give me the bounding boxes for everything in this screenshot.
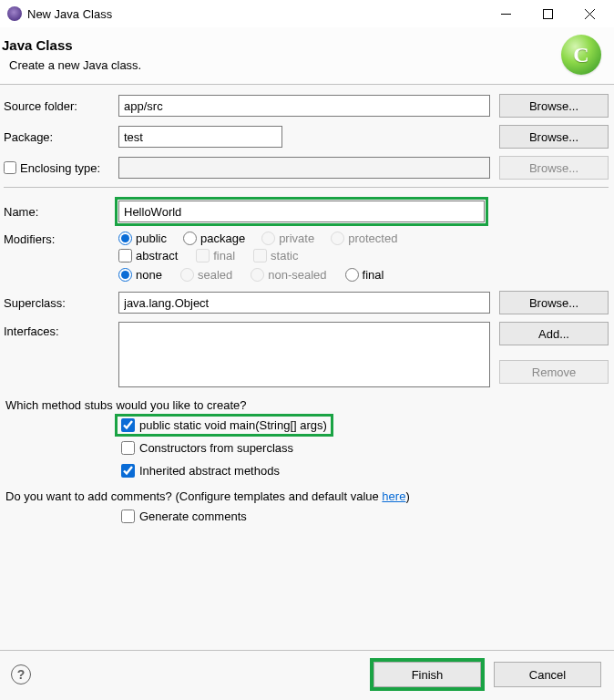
modifiers-flags-group: abstract final static bbox=[118, 245, 609, 262]
stub-main-checkbox[interactable] bbox=[121, 418, 135, 432]
minimize-button[interactable] bbox=[485, 0, 527, 27]
interfaces-label: Interfaces: bbox=[4, 322, 118, 338]
finish-button[interactable]: Finish bbox=[374, 662, 481, 687]
titlebar: New Java Class bbox=[0, 0, 614, 27]
svg-rect-0 bbox=[543, 9, 552, 18]
close-button[interactable] bbox=[568, 0, 610, 27]
interfaces-listbox[interactable] bbox=[118, 322, 490, 387]
name-input[interactable] bbox=[118, 201, 485, 222]
modifiers-access-group: public package private protected bbox=[118, 230, 609, 245]
modifier-abstract-checkbox[interactable] bbox=[118, 249, 132, 262]
banner-subtitle: Create a new Java class. bbox=[9, 58, 561, 72]
stub-constructors-checkbox[interactable] bbox=[121, 441, 135, 455]
generate-comments-checkbox[interactable] bbox=[121, 510, 135, 523]
browse-superclass-button[interactable]: Browse... bbox=[499, 291, 609, 314]
name-label: Name: bbox=[4, 205, 118, 219]
package-label: Package: bbox=[4, 130, 118, 144]
dialog-banner: Java Class Create a new Java class. C bbox=[0, 27, 614, 84]
help-icon[interactable]: ? bbox=[11, 664, 31, 685]
source-folder-label: Source folder: bbox=[4, 99, 118, 113]
stub-main-row[interactable]: public static void main(String[] args) bbox=[118, 417, 330, 433]
form-area: Source folder: Browse... Package: Browse… bbox=[0, 85, 614, 524]
browse-source-button[interactable]: Browse... bbox=[499, 94, 609, 118]
configure-templates-link[interactable]: here bbox=[382, 489, 405, 503]
comments-question: Do you want to add comments? (Configure … bbox=[5, 489, 609, 503]
maximize-button[interactable] bbox=[527, 0, 568, 27]
package-input[interactable] bbox=[118, 126, 282, 148]
add-interface-button[interactable]: Add... bbox=[499, 322, 609, 345]
superclass-label: Superclass: bbox=[4, 296, 118, 310]
eclipse-icon bbox=[7, 6, 22, 21]
method-stubs-question: Which method stubs would you like to cre… bbox=[5, 398, 609, 412]
sealing-nonsealed-radio bbox=[251, 268, 264, 282]
superclass-input[interactable] bbox=[118, 292, 490, 314]
modifier-static-checkbox bbox=[253, 249, 267, 262]
stub-constructors-row[interactable]: Constructors from superclass bbox=[118, 440, 296, 456]
modifier-package-radio[interactable] bbox=[183, 232, 197, 245]
modifier-protected-radio bbox=[331, 232, 344, 245]
dialog-footer: ? Finish Cancel bbox=[0, 650, 614, 700]
sealing-none-radio[interactable] bbox=[118, 268, 132, 282]
sealing-final-radio[interactable] bbox=[345, 268, 359, 282]
modifier-private-radio bbox=[261, 232, 275, 245]
remove-interface-button: Remove bbox=[499, 360, 609, 384]
window-title: New Java Class bbox=[27, 7, 485, 21]
stub-inherited-checkbox[interactable] bbox=[121, 464, 135, 478]
class-icon: C bbox=[561, 35, 601, 75]
cancel-button[interactable]: Cancel bbox=[494, 662, 601, 687]
browse-enclosing-button: Browse... bbox=[499, 156, 609, 180]
sealing-sealed-radio bbox=[180, 268, 194, 282]
window-controls bbox=[485, 0, 610, 27]
modifier-public-radio[interactable] bbox=[118, 232, 132, 245]
source-folder-input[interactable] bbox=[118, 95, 490, 117]
modifiers-label: Modifiers: bbox=[4, 230, 118, 246]
browse-package-button[interactable]: Browse... bbox=[499, 125, 609, 149]
stub-inherited-row[interactable]: Inherited abstract methods bbox=[118, 463, 282, 479]
enclosing-type-input bbox=[118, 157, 490, 179]
modifiers-sealing-group: none sealed non-sealed final bbox=[118, 262, 609, 282]
banner-heading: Java Class bbox=[2, 37, 561, 53]
enclosing-type-label: Enclosing type: bbox=[20, 161, 100, 175]
generate-comments-row[interactable]: Generate comments bbox=[118, 509, 250, 524]
modifier-final-checkbox bbox=[196, 249, 210, 262]
enclosing-type-checkbox[interactable] bbox=[4, 161, 16, 174]
